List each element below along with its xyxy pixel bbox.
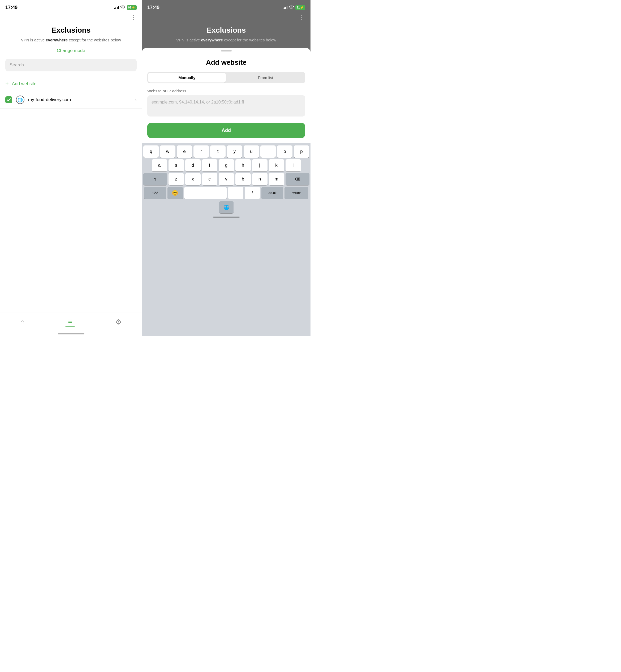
website-list-item[interactable]: 🌐 my-food-delivery.com › xyxy=(0,91,142,109)
key-k[interactable]: k xyxy=(269,159,284,171)
left-menu-button[interactable]: ⋮ xyxy=(0,14,142,24)
website-name: my-food-delivery.com xyxy=(28,97,131,102)
website-input-field[interactable]: example.com, 94.140.14.14, or 2a10:50c0:… xyxy=(147,95,305,117)
chevron-right-icon: › xyxy=(135,97,137,103)
add-button[interactable]: Add xyxy=(147,123,305,138)
key-delete[interactable]: ⌫ xyxy=(286,173,309,185)
keyboard-row-4: 123 😊 . / .co.uk return xyxy=(143,187,309,199)
list-icon: ≡ xyxy=(68,317,72,325)
checkbox-checked[interactable] xyxy=(5,96,12,103)
key-space[interactable] xyxy=(184,187,226,199)
key-p[interactable]: p xyxy=(294,145,309,158)
right-battery-icon: 91⚡ xyxy=(295,5,305,10)
key-w[interactable]: w xyxy=(160,145,175,158)
key-shift[interactable]: ⇧ xyxy=(143,173,167,185)
change-mode-link[interactable]: Change mode xyxy=(0,48,142,59)
left-status-bar: 17:49 91⚡ xyxy=(0,0,142,14)
website-input-placeholder: example.com, 94.140.14.14, or 2a10:50c0:… xyxy=(152,99,244,106)
left-page-title: Exclusions xyxy=(8,26,134,35)
keyboard-globe-row: 🌐 xyxy=(143,201,309,213)
right-wifi-icon xyxy=(289,5,294,10)
tab-from-list[interactable]: From list xyxy=(226,73,304,83)
key-h[interactable]: h xyxy=(236,159,251,171)
home-indicator xyxy=(58,333,84,334)
key-r[interactable]: r xyxy=(194,145,209,158)
key-v[interactable]: v xyxy=(219,173,234,185)
key-emoji[interactable]: 😊 xyxy=(167,187,183,199)
home-icon: ⌂ xyxy=(20,318,25,326)
key-b[interactable]: b xyxy=(236,173,251,185)
keyboard-home-indicator xyxy=(213,217,240,218)
search-container: Search xyxy=(0,59,142,77)
key-c[interactable]: c xyxy=(202,173,217,185)
right-time: 17:49 xyxy=(147,5,160,10)
signal-bar-4 xyxy=(118,6,119,9)
signal-bar-r2 xyxy=(284,7,285,9)
bottom-nav: ⌂ ≡ ⚙ xyxy=(0,312,142,336)
key-y[interactable]: y xyxy=(227,145,242,158)
key-e[interactable]: e xyxy=(177,145,192,158)
key-return[interactable]: return xyxy=(285,187,308,199)
nav-active-indicator xyxy=(65,327,75,327)
nav-home[interactable]: ⌂ xyxy=(20,318,25,326)
key-123[interactable]: 123 xyxy=(144,187,166,199)
key-f[interactable]: f xyxy=(202,159,217,171)
gear-icon: ⚙ xyxy=(116,318,122,326)
keyboard-bottom-bar xyxy=(143,215,309,220)
key-dot[interactable]: . xyxy=(228,187,243,199)
right-status-icons: 91⚡ xyxy=(283,5,305,10)
search-placeholder: Search xyxy=(9,62,24,68)
add-website-label: Add website xyxy=(12,81,37,87)
key-s[interactable]: s xyxy=(168,159,184,171)
left-signal-icon xyxy=(114,6,119,9)
left-status-icons: 91⚡ xyxy=(114,5,137,10)
key-i[interactable]: i xyxy=(260,145,276,158)
add-icon: + xyxy=(5,80,9,87)
key-j[interactable]: j xyxy=(252,159,267,171)
left-panel: 17:49 91⚡ ⋮ Exclusions xyxy=(0,0,142,336)
signal-bar-r1 xyxy=(283,8,283,9)
keyboard: q w e r t y u i o p a s d f g h j k xyxy=(142,143,310,336)
keyboard-row-1: q w e r t y u i o p xyxy=(143,145,309,158)
right-status-bar: 17:49 91⚡ xyxy=(142,0,310,14)
key-o[interactable]: o xyxy=(277,145,292,158)
key-t[interactable]: t xyxy=(210,145,225,158)
signal-bar-3 xyxy=(117,7,118,9)
key-couk[interactable]: .co.uk xyxy=(261,187,283,199)
right-menu-button[interactable]: ⋮ xyxy=(142,14,310,24)
right-signal-icon xyxy=(283,6,287,9)
key-n[interactable]: n xyxy=(252,173,267,185)
add-website-sheet: Add website Manually From list Website o… xyxy=(142,48,310,336)
right-page-header: Exclusions VPN is active everywhere exce… xyxy=(142,24,310,48)
left-page-header: Exclusions VPN is active everywhere exce… xyxy=(0,24,142,48)
keyboard-row-2: a s d f g h j k l xyxy=(143,159,309,171)
key-slash[interactable]: / xyxy=(245,187,260,199)
left-battery-icon: 91⚡ xyxy=(127,5,137,10)
sheet-title: Add website xyxy=(142,52,310,72)
sheet-handle xyxy=(221,50,232,51)
key-z[interactable]: z xyxy=(168,173,184,185)
right-page-subtitle: VPN is active everywhere except for the … xyxy=(150,37,302,43)
key-l[interactable]: l xyxy=(286,159,301,171)
segment-control: Manually From list xyxy=(147,72,305,83)
key-x[interactable]: x xyxy=(185,173,201,185)
key-globe[interactable]: 🌐 xyxy=(219,201,234,213)
key-u[interactable]: u xyxy=(244,145,259,158)
website-input-label: Website or IP address xyxy=(142,89,310,95)
left-wifi-icon xyxy=(121,5,125,10)
key-m[interactable]: m xyxy=(269,173,284,185)
key-d[interactable]: d xyxy=(185,159,201,171)
svg-point-0 xyxy=(123,8,123,9)
signal-bar-1 xyxy=(114,8,115,9)
add-website-row[interactable]: + Add website xyxy=(0,77,142,91)
key-a[interactable]: a xyxy=(152,159,167,171)
key-q[interactable]: q xyxy=(143,145,159,158)
key-g[interactable]: g xyxy=(219,159,234,171)
tab-manually[interactable]: Manually xyxy=(148,73,226,83)
right-page-title: Exclusions xyxy=(150,26,302,35)
svg-point-1 xyxy=(291,8,292,9)
signal-bar-r3 xyxy=(285,7,286,9)
nav-list[interactable]: ≡ xyxy=(65,317,75,327)
search-input[interactable]: Search xyxy=(5,59,137,71)
nav-settings[interactable]: ⚙ xyxy=(116,318,122,326)
